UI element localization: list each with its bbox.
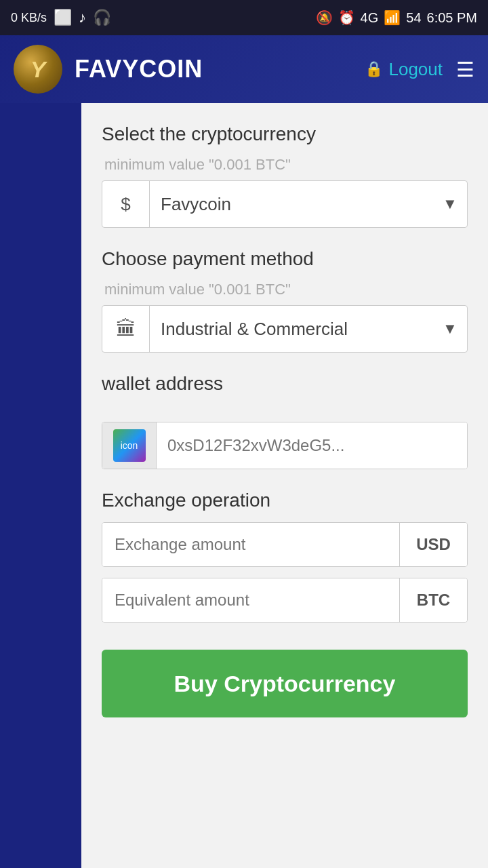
status-bar: 0 KB/s ⬜ ♪ 🎧 🔕 ⏰ 4G 📶 54 6:05 PM: [0, 0, 488, 35]
exchange-amount-row: USD: [102, 522, 468, 567]
status-left: 0 KB/s ⬜ ♪ 🎧: [11, 9, 111, 26]
payment-dropdown-row: 🏛 Industrial & Commercial Visa Mastercar…: [102, 305, 468, 353]
crypto-select[interactable]: Favycoin Bitcoin Ethereum: [150, 181, 433, 227]
payment-min-hint: minimum value "0.001 BTC": [104, 281, 468, 298]
payment-icon-cell: 🏛: [102, 306, 150, 352]
wallet-icon-label: icon: [121, 440, 138, 451]
menu-button[interactable]: ☰: [456, 58, 474, 81]
wifi-icon: 📶: [384, 9, 401, 26]
crypto-icon-cell: $: [102, 181, 150, 227]
crypto-dropdown-arrow: ▼: [433, 181, 467, 227]
phone-icon: 🎧: [93, 9, 111, 26]
payment-dropdown-arrow: ▼: [433, 306, 467, 352]
battery-level: 54: [406, 10, 421, 26]
exchange-section: Exchange operation USD BTC: [102, 490, 468, 623]
header-actions: 🔒 Logout ☰: [365, 58, 474, 81]
exchange-amount-currency: USD: [399, 523, 467, 566]
payment-section-label: Choose payment method: [102, 248, 468, 270]
wallet-address-input[interactable]: [157, 422, 467, 469]
exchange-section-label: Exchange operation: [102, 490, 468, 511]
header: Y FAVYCOIN 🔒 Logout ☰: [0, 35, 488, 103]
payment-section: Choose payment method minimum value "0.0…: [102, 248, 468, 353]
equivalent-amount-currency: BTC: [399, 578, 467, 622]
wallet-icon: icon: [113, 429, 146, 462]
logout-label: Logout: [388, 59, 443, 80]
logo-symbol: Y: [30, 56, 46, 83]
data-speed: 0 KB/s: [11, 12, 47, 24]
signal-icon: 4G: [361, 10, 379, 26]
crypto-dropdown-row: $ Favycoin Bitcoin Ethereum ▼: [102, 180, 468, 228]
main-content: Select the cryptocurrency minimum value …: [81, 103, 488, 868]
screen-icon: ⬜: [54, 9, 72, 26]
wallet-icon-cell: icon: [102, 422, 157, 469]
logout-button[interactable]: 🔒 Logout: [365, 59, 443, 80]
dollar-icon: $: [121, 194, 130, 215]
app-title: FAVYCOIN: [75, 55, 203, 83]
payment-select[interactable]: Industrial & Commercial Visa Mastercard: [150, 306, 433, 352]
alarm-icon: ⏰: [338, 9, 355, 26]
buy-cryptocurrency-button[interactable]: Buy Cryptocurrency: [102, 650, 468, 717]
wallet-section: wallet address icon: [102, 373, 468, 469]
equivalent-amount-row: BTC: [102, 578, 468, 623]
crypto-section: Select the cryptocurrency minimum value …: [102, 123, 468, 228]
page-layout: Select the cryptocurrency minimum value …: [0, 103, 488, 868]
exchange-amount-input[interactable]: [102, 523, 399, 566]
app-logo: Y: [14, 45, 62, 94]
status-right: 🔕 ⏰ 4G 📶 54 6:05 PM: [316, 9, 477, 26]
wallet-section-label: wallet address: [102, 373, 468, 395]
notification-icon: 🔕: [316, 9, 333, 26]
crypto-section-label: Select the cryptocurrency: [102, 123, 468, 145]
lock-icon: 🔒: [365, 60, 383, 78]
wallet-input-row: icon: [102, 422, 468, 469]
equivalent-amount-input[interactable]: [102, 578, 399, 622]
music-icon: ♪: [79, 9, 86, 26]
crypto-min-hint: minimum value "0.001 BTC": [104, 156, 468, 174]
time-display: 6:05 PM: [427, 10, 477, 26]
bank-icon: 🏛: [116, 317, 136, 340]
left-sidebar: [0, 103, 81, 868]
